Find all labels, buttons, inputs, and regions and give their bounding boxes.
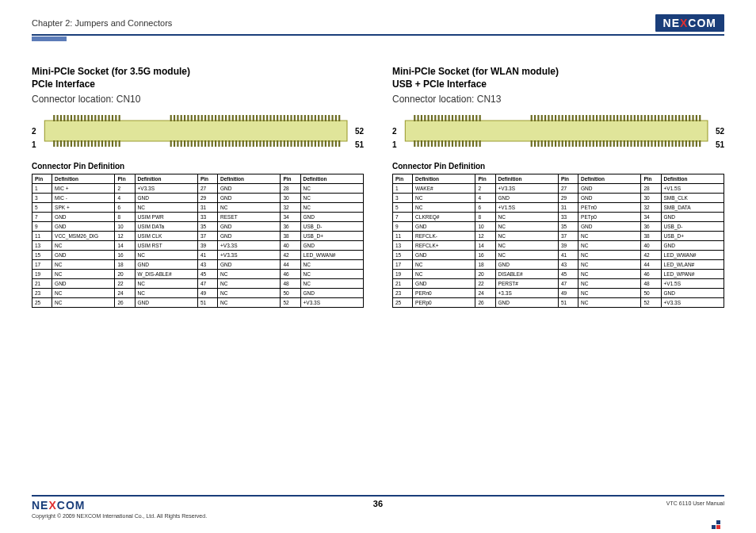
svg-rect-113 (246, 140, 247, 147)
svg-rect-22 (174, 115, 175, 121)
table-cell: 26 (475, 298, 495, 308)
svg-rect-83 (94, 140, 96, 147)
svg-rect-181 (596, 115, 598, 121)
table-cell: MIC + (52, 184, 115, 194)
svg-rect-110 (235, 140, 237, 147)
svg-rect-107 (225, 140, 227, 147)
table-row: 1MIC +2+V3.3S27GND28NC (32, 184, 364, 194)
svg-rect-18 (111, 115, 113, 121)
table-cell: 1 (32, 184, 52, 194)
table-cell: NC (52, 298, 115, 308)
table-cell: NC (413, 260, 475, 270)
table-cell: +V3.3S (495, 184, 558, 194)
table-cell: GND (300, 241, 363, 251)
table-cell: 31 (558, 203, 578, 213)
table-cell: 37 (197, 232, 217, 241)
left-section-title: Mini-PCIe Socket (for 3.5G module)PCIe I… (32, 65, 364, 90)
table-cell: NC (135, 203, 197, 213)
table-cell: GND (135, 298, 197, 308)
svg-rect-15 (101, 115, 102, 121)
table-cell: 46 (641, 270, 661, 279)
pin-label-bot-left: 1 (32, 140, 36, 149)
table-cell: 28 (641, 184, 661, 194)
table-cell: GND (300, 213, 363, 222)
table-row: 23NC24NC49NC50GND (32, 289, 364, 298)
svg-rect-151 (445, 115, 446, 121)
footer-brand-logo: NEXCOM (32, 499, 262, 512)
svg-rect-219 (437, 140, 439, 147)
table-cell: 28 (281, 184, 300, 194)
svg-rect-14 (97, 115, 99, 121)
table-cell: 2 (475, 184, 495, 194)
table-header: Definition (300, 174, 363, 184)
svg-rect-59 (300, 115, 302, 121)
table-cell: 32 (281, 203, 300, 213)
table-header: Pin (641, 174, 661, 184)
svg-rect-229 (472, 140, 473, 147)
table-cell: USIM DATa (135, 222, 197, 232)
svg-rect-74 (63, 140, 65, 147)
table-cell: 48 (281, 279, 300, 289)
table-cell: 42 (281, 251, 300, 260)
svg-rect-2 (56, 115, 58, 121)
svg-rect-155 (458, 115, 460, 121)
table-cell: 8 (475, 213, 495, 222)
table-cell: NC (578, 279, 641, 289)
table-cell: +V1.5S (661, 184, 724, 194)
table-cell: 39 (197, 241, 217, 251)
table-cell: 43 (558, 260, 578, 270)
svg-rect-102 (208, 140, 209, 147)
svg-rect-253 (602, 140, 604, 147)
table-cell: 20 (115, 270, 135, 279)
page-footer: NEXCOM Copyright © 2009 NEXCOM Internati… (32, 495, 724, 519)
svg-rect-238 (551, 140, 552, 147)
svg-rect-101 (204, 140, 206, 147)
table-cell: 41 (197, 251, 217, 260)
svg-rect-125 (287, 140, 288, 147)
table-row: 1WAKE#2+V3.3S27GND28+V1.5S (393, 184, 724, 194)
table-cell: LED_WWAN# (300, 251, 363, 260)
table-cell: 19 (393, 270, 413, 279)
svg-rect-100 (200, 140, 202, 147)
svg-rect-207 (685, 115, 686, 121)
table-cell: 42 (641, 251, 661, 260)
svg-rect-33 (211, 115, 212, 121)
svg-rect-166 (544, 115, 546, 121)
svg-rect-156 (461, 115, 463, 121)
svg-rect-25 (184, 115, 185, 121)
svg-rect-35 (218, 115, 220, 121)
table-cell: NC (52, 260, 115, 270)
svg-rect-50 (269, 115, 271, 121)
table-header: Definition (135, 174, 197, 184)
svg-rect-225 (458, 140, 460, 147)
table-cell: GND (578, 194, 641, 203)
svg-rect-71 (53, 140, 55, 147)
table-header: Definition (52, 174, 115, 184)
table-cell: 46 (281, 270, 300, 279)
svg-rect-30 (200, 115, 202, 121)
svg-rect-218 (434, 140, 436, 147)
table-cell: WAKE# (413, 184, 475, 194)
svg-rect-63 (314, 115, 315, 121)
table-cell: NC (218, 203, 281, 213)
table-cell: PERn0 (413, 289, 475, 298)
table-cell: DISABLE# (495, 270, 558, 279)
table-cell: 18 (115, 260, 135, 270)
svg-rect-203 (671, 115, 673, 121)
left-column: Mini-PCIe Socket (for 3.5G module)PCIe I… (32, 65, 364, 490)
table-header: Definition (661, 174, 724, 184)
table-header: Definition (413, 174, 475, 184)
table-cell: 3 (32, 194, 52, 203)
svg-rect-57 (293, 115, 295, 121)
svg-rect-80 (84, 140, 86, 147)
svg-rect-91 (170, 140, 171, 147)
left-connector-location: Connector location: CN10 (32, 94, 364, 105)
svg-rect-77 (74, 140, 75, 147)
table-cell: GND (218, 260, 281, 270)
table-cell: 44 (641, 260, 661, 270)
table-cell: GND (413, 279, 475, 289)
table-cell: 9 (393, 222, 413, 232)
svg-rect-169 (555, 115, 556, 121)
svg-rect-98 (194, 140, 196, 147)
table-cell: 40 (641, 241, 661, 251)
